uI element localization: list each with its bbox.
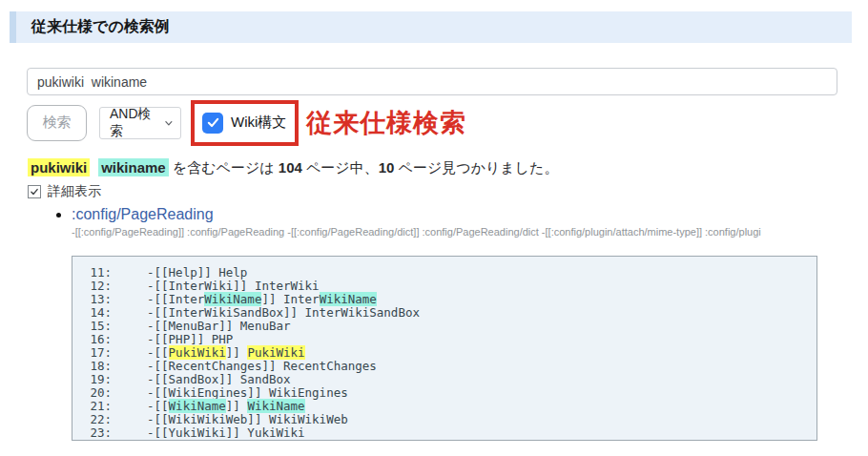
annotation-text: 従来仕様検索 xyxy=(306,106,466,140)
search-example-page: 従来仕様での検索例 検索 AND検索 Wiki構文 従来仕様検索 pukiwik… xyxy=(0,0,868,456)
code-line: 14:-[[InterWikiSandBox]] InterWikiSandBo… xyxy=(86,306,809,320)
code-line-number: 15: xyxy=(86,320,112,333)
code-line-content: -[[PukiWiki]] PukiWiki xyxy=(147,346,305,360)
result-page-link[interactable]: :config/PageReading xyxy=(72,206,214,222)
code-line: 15:-[[MenuBar]] MenuBar xyxy=(86,320,809,333)
result-list: :config/PageReading -[[:config/PageReadi… xyxy=(27,206,825,238)
search-term-highlight-2: wikiname xyxy=(98,158,169,176)
search-mode-select[interactable]: AND検索 xyxy=(99,107,181,139)
detail-checkbox[interactable] xyxy=(28,185,41,198)
code-line-number: 23: xyxy=(86,426,112,440)
code-line: 19:-[[SandBox]] SandBox xyxy=(86,373,809,386)
results-summary: pukiwikiwikiname を含むページは 104 ページ中、10 ページ… xyxy=(28,159,558,177)
result-list-item: :config/PageReading -[[:config/PageReadi… xyxy=(72,206,825,238)
wiki-syntax-highlight-frame: Wiki構文 xyxy=(191,100,299,146)
code-line: 12:-[[InterWiki]] InterWiki xyxy=(86,280,809,293)
results-text-of: ページ中、 xyxy=(302,159,379,176)
code-line-number: 18: xyxy=(86,360,112,373)
code-line: 13:-[[InterWikiName]] InterWikiName xyxy=(86,293,809,306)
code-line: 17:-[[PukiWiki]] PukiWiki xyxy=(86,346,809,360)
code-line: 11:-[[Help]] Help xyxy=(86,266,809,280)
code-line-number: 11: xyxy=(86,266,112,280)
code-line: 18:-[[RecentChanges]] RecentChanges xyxy=(86,360,809,373)
code-block: 11:-[[Help]] Help12:-[[InterWiki]] Inter… xyxy=(72,256,817,441)
code-line-content: -[[Help]] Help xyxy=(147,266,247,280)
search-button[interactable]: 検索 xyxy=(27,105,87,141)
code-line-number: 19: xyxy=(86,373,112,386)
code-line: 16:-[[PHP]] PHP xyxy=(86,333,809,346)
detail-label: 詳細表示 xyxy=(48,183,101,200)
code-line: 23:-[[YukiWiki]] YukiWiki xyxy=(86,426,809,440)
results-text-found: ページ見つかりました。 xyxy=(394,159,558,176)
section-heading: 従来仕様での検索例 xyxy=(10,11,852,43)
search-mode-value: AND検索 xyxy=(110,106,163,140)
code-line-content: -[[WikiWikiWeb]] WikiWikiWeb xyxy=(147,413,348,426)
search-term-highlight-1: pukiwiki xyxy=(28,158,90,176)
code-line-number: 21: xyxy=(86,400,112,413)
code-line: 20:-[[WikiEngines]] WikiEngines xyxy=(86,386,809,400)
code-line-number: 14: xyxy=(86,306,112,320)
code-line-content: -[[MenuBar]] MenuBar xyxy=(147,320,291,333)
code-line-content: -[[YukiWiki]] YukiWiki xyxy=(147,426,305,440)
code-line-content: -[[PHP]] PHP xyxy=(147,333,233,346)
results-total-pages: 104 xyxy=(279,159,302,176)
wiki-syntax-label[interactable]: Wiki構文 xyxy=(231,114,286,132)
code-line-content: -[[InterWikiName]] InterWikiName xyxy=(147,293,377,306)
code-line-content: -[[RecentChanges]] RecentChanges xyxy=(147,360,377,373)
chevron-down-icon xyxy=(163,117,175,129)
code-line-number: 22: xyxy=(86,413,112,426)
section-heading-text: 従来仕様での検索例 xyxy=(31,17,170,37)
code-line-content: -[[InterWiki]] InterWiki xyxy=(147,280,320,293)
code-line-number: 12: xyxy=(86,280,112,293)
code-line-content: -[[InterWikiSandBox]] InterWikiSandBox xyxy=(147,306,420,320)
code-line-number: 13: xyxy=(86,293,112,306)
check-icon xyxy=(30,187,39,197)
check-icon xyxy=(206,115,220,130)
code-line: 21:-[[WikiName]] WikiName xyxy=(86,400,809,413)
code-line-number: 17: xyxy=(86,346,112,360)
result-excerpt: -[[:config/PageReading]] :config/PageRea… xyxy=(72,226,825,238)
wiki-syntax-checkbox[interactable] xyxy=(202,113,223,134)
code-line-number: 20: xyxy=(86,386,112,400)
search-controls: 検索 AND検索 Wiki構文 従来仕様検索 xyxy=(27,99,466,146)
code-line-content: -[[WikiName]] WikiName xyxy=(147,400,305,413)
code-line-content: -[[SandBox]] SandBox xyxy=(147,373,291,386)
results-found-pages: 10 xyxy=(379,159,395,176)
code-line: 22:-[[WikiWikiWeb]] WikiWikiWeb xyxy=(86,413,809,426)
code-line-content: -[[WikiEngines]] WikiEngines xyxy=(147,386,348,400)
detail-toggle-row: 詳細表示 xyxy=(28,183,101,200)
code-line-number: 16: xyxy=(86,333,112,346)
search-input[interactable] xyxy=(27,68,837,95)
results-text-contains: を含むページは xyxy=(169,159,279,176)
